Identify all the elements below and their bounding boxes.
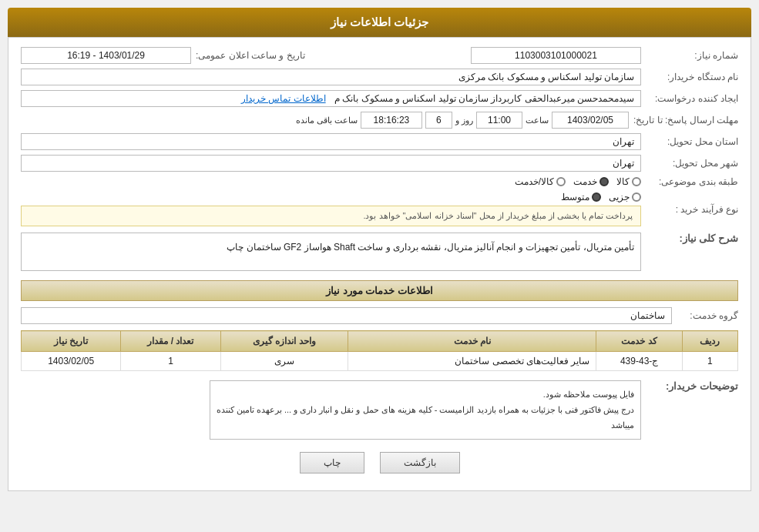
grooh-label: گروه خدمت: — [677, 310, 738, 321]
print-button[interactable]: چاپ — [300, 452, 364, 473]
buyer-notes-label: توضیحات خریدار: — [646, 380, 738, 392]
td-naam: سایر فعالیت‌های تخصصی ساختمان — [348, 352, 596, 371]
tabaqe-radios: کالا خدمت کالا/خدمت — [21, 176, 641, 187]
radio-kala-label: کالا — [616, 176, 630, 187]
rooz-label: روز و — [455, 115, 473, 125]
saat-label: ساعت — [526, 115, 549, 125]
th-vahed: واحد اندازه گیری — [220, 331, 348, 352]
radio-khadamat-label: خدمت — [573, 176, 597, 187]
sharh-value: تأمین متریال، تأمین تجهیزات و انجام آنال… — [21, 233, 641, 271]
nooe-notice: پرداخت تمام یا بخشی از مبلغ خریدار از مح… — [21, 206, 641, 226]
shomara-label: شماره نیاز: — [646, 50, 738, 61]
td-radif: 1 — [682, 352, 737, 371]
th-radif: ردیف — [682, 331, 737, 352]
ejad-label: ایجاد کننده درخواست: — [646, 93, 738, 104]
td-tarikh: 1403/02/05 — [22, 352, 121, 371]
saat-value: 11:00 — [476, 112, 522, 129]
radio-khadamat: خدمت — [573, 176, 609, 187]
main-content: شماره نیاز: 1103003101000021 تاریخ و ساع… — [8, 37, 751, 491]
nooe-row: نوع فرآیند خرید : جزیی متوسط پرداخت تمام… — [21, 192, 738, 226]
radio-kala-khadamat-circle — [556, 177, 566, 186]
radio-kala: کالا — [616, 176, 641, 187]
th-tedad: تعداد / مقدار — [121, 331, 220, 352]
back-button[interactable]: بازگشت — [380, 452, 460, 473]
radio-kala-khadamat: کالا/خدمت — [515, 176, 566, 187]
radio-motevaset: متوسط — [561, 192, 601, 202]
shomara-value: 1103003101000021 — [471, 47, 641, 64]
services-section-title: اطلاعات خدمات مورد نیاز — [21, 280, 738, 301]
ejad-link[interactable]: اطلاعات تماس خریدار — [241, 93, 326, 104]
buyer-notes-row: توضیحات خریدار: فایل پیوست ملاحظه شود. د… — [21, 380, 738, 440]
th-kod: کد خدمت — [596, 331, 682, 352]
nooe-radios: جزیی متوسط — [21, 192, 641, 202]
shahr-label: شهر محل تحویل: — [646, 158, 738, 169]
daststgah-label: نام دستگاه خریدار: — [646, 72, 738, 82]
grooh-value: ساختمان — [21, 307, 672, 324]
buyer-notes-line3: میباشد — [217, 418, 634, 433]
shahr-value: تهران — [21, 155, 641, 172]
radio-khadamat-circle — [599, 177, 609, 186]
daststgah-row: نام دستگاه خریدار: سازمان تولید اسکناس و… — [21, 69, 738, 85]
nooe-content: جزیی متوسط پرداخت تمام یا بخشی از مبلغ خ… — [21, 192, 641, 226]
td-kod: ج-43-439 — [596, 352, 682, 371]
ejad-row: ایجاد کننده درخواست: سیدمحمدحسن میرعبدال… — [21, 90, 738, 107]
th-tarikh: تاریخ نیاز — [22, 331, 121, 352]
date-main: 1403/02/05 — [552, 112, 629, 129]
page-title: جزئیات اطلاعات نیاز — [331, 15, 428, 28]
daststgah-value: سازمان تولید اسکناس و مسکوک بانک مرکزی — [21, 69, 641, 85]
services-table: ردیف کد خدمت نام خدمت واحد اندازه گیری ت… — [21, 330, 738, 371]
ostan-value: تهران — [21, 133, 641, 150]
table-row: 1 ج-43-439 سایر فعالیت‌های تخصصی ساختمان… — [22, 352, 738, 371]
services-content: گروه خدمت: ساختمان ردیف کد خدمت نام خدمت… — [21, 307, 738, 371]
th-naam: نام خدمت — [348, 331, 596, 352]
mohlat-datetime: 1403/02/05 ساعت 11:00 روز و 6 18:16:23 س… — [21, 112, 629, 129]
tabaqe-row: طبقه بندی موضوعی: کالا خدمت کالا/خدمت — [21, 176, 738, 187]
ostan-row: استان محل تحویل: تهران — [21, 133, 738, 150]
mohlat-row: مهلت ارسال پاسخ: تا تاریخ: 1403/02/05 سا… — [21, 112, 738, 129]
radio-jozii-label: جزیی — [609, 192, 630, 202]
tabaqe-label: طبقه بندی موضوعی: — [646, 176, 738, 187]
rooz-value: 6 — [425, 112, 452, 129]
sharh-label: شرح کلی نیاز: — [646, 233, 738, 244]
ejad-value: سیدمحمدحسن میرعبدالحقی کاربرداز سازمان ت… — [21, 90, 641, 107]
page-header: جزئیات اطلاعات نیاز — [8, 8, 751, 37]
td-tedad: 1 — [121, 352, 220, 371]
buttons-row: بازگشت چاپ — [21, 452, 738, 481]
td-vahed: سری — [220, 352, 348, 371]
table-header-row: ردیف کد خدمت نام خدمت واحد اندازه گیری ت… — [22, 331, 738, 352]
radio-jozii-circle — [632, 192, 641, 202]
baqi-label: ساعت باقی مانده — [296, 115, 358, 125]
baqi-value: 18:16:23 — [361, 112, 422, 129]
mohlat-label: مهلت ارسال پاسخ: تا تاریخ: — [633, 115, 738, 125]
buyer-notes-line2: درج پیش فاکتور فنی با جزئیات به همراه با… — [217, 403, 634, 418]
tarikh-value: 1403/01/29 - 16:19 — [21, 47, 191, 64]
sharh-row: شرح کلی نیاز: تأمین متریال، تأمین تجهیزا… — [21, 233, 738, 271]
buyer-notes-content: فایل پیوست ملاحظه شود. درج پیش فاکتور فن… — [210, 380, 641, 440]
radio-kala-circle — [632, 177, 641, 186]
radio-motevaset-circle — [592, 192, 601, 202]
shomara-row: شماره نیاز: 1103003101000021 تاریخ و ساع… — [21, 47, 738, 64]
ostan-label: استان محل تحویل: — [646, 136, 738, 147]
shahr-row: شهر محل تحویل: تهران — [21, 155, 738, 172]
radio-jozii: جزیی — [609, 192, 641, 202]
radio-kala-khadamat-label: کالا/خدمت — [515, 176, 554, 187]
buyer-notes-line1: فایل پیوست ملاحظه شود. — [217, 387, 634, 403]
grooh-row: گروه خدمت: ساختمان — [21, 307, 738, 324]
tarikh-label: تاریخ و ساعت اعلان عمومی: — [196, 50, 305, 61]
nooe-label: نوع فرآیند خرید : — [646, 204, 738, 215]
radio-motevaset-label: متوسط — [561, 192, 589, 202]
